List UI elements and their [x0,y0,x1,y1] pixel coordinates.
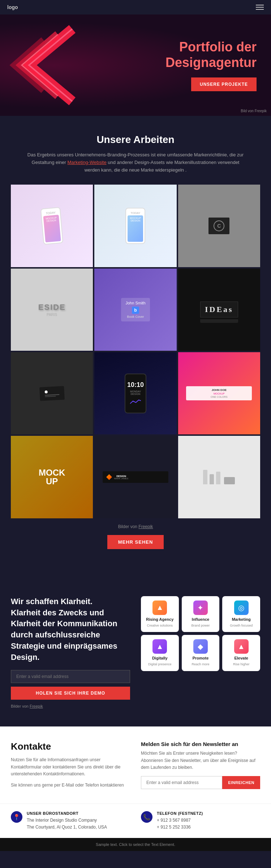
phone-value: + 912 3 567 8987 + 912 5 252 3336 [157,817,203,831]
contacts-left: Kontakte Nutzen Sie für alle Information… [11,741,130,789]
hero-title: Portfolio der Designagentur [165,39,257,70]
clarity-title: Wir schaffen Klarheit. Klarheit des Zwec… [11,596,130,663]
influence-sub: Brand power [191,624,210,628]
mehr-sehen-button[interactable]: MEHR SEHEN [107,535,164,549]
hero-attribution: Bild von Freepik [241,109,267,113]
clarity-section: Wir schaffen Klarheit. Klarheit des Zwec… [0,578,271,727]
contact-info-address: 📍 UNSER BÜROSTANDORT The Interior Design… [11,811,130,831]
marketing-link[interactable]: Marketing-Website [68,160,107,165]
agency-card-digitally[interactable]: ▲ Digitally Digital presence [141,635,179,671]
newsletter-email-input[interactable] [141,776,222,789]
agency-card-marketing[interactable]: ◎ Marketing Growth focused [222,596,260,632]
portfolio-item[interactable]: TODAY MOCKUPDESIGN [94,185,176,267]
rising-icon: ▲ [152,601,167,615]
promote-sub: Reach more [192,662,209,667]
elevate-icon: ▲ [234,639,249,654]
address-label: UNSER BÜROSTANDORT [27,811,107,816]
rising-name: Rising Agency [146,617,173,621]
influence-icon: ✦ [193,601,208,615]
contacts-section: Kontakte Nutzen Sie für alle Information… [0,726,271,804]
logo: logo [7,4,18,10]
hero-content: Portfolio der Designagentur UNSERE PROJE… [165,39,257,91]
digitally-name: Digitally [152,656,168,660]
newsletter-title: Melden Sie sich für den Newsletter an [141,741,260,747]
marketing-name: Marketing [232,617,251,621]
portfolio-item[interactable]: TODAY MOCKUPDESIGN [11,185,93,267]
agency-cards-grid: ▲ Rising Agency Creative solutions ✦ Inf… [141,596,260,671]
hero-button[interactable]: UNSERE PROJEKTE [191,77,257,91]
works-section: Unsere Arbeiten Das Ergebnis unseres Unt… [0,116,271,578]
freepik-link-clarity[interactable]: Freepik [30,704,43,708]
footer: Sample text. Click to select the Text El… [0,838,271,851]
marketing-sub: Growth focused [230,624,253,628]
digitally-icon: ▲ [152,639,167,654]
works-description: Das Ergebnis unseres Unternehmens-Brandi… [27,151,244,174]
contacts-title: Kontakte [11,741,130,752]
portfolio-grid: TODAY MOCKUPDESIGN TODAY MOCKUPDESIGN [11,185,260,518]
footer-text: Sample text. Click to select the Text El… [96,842,175,847]
digitally-sub: Digital presence [148,662,172,667]
contact-info-row: 📍 UNSER BÜROSTANDORT The Interior Design… [0,804,271,838]
portfolio-item[interactable]: MOCKUP [11,436,93,518]
agency-card-elevate[interactable]: ▲ Elevate Rise higher [222,635,260,671]
menu-icon[interactable] [256,5,264,10]
header: logo [0,0,271,14]
hero-arrows [0,14,87,116]
agency-card-rising[interactable]: ▲ Rising Agency Creative solutions [141,596,179,632]
portfolio-item[interactable]: DESIGN MARK JAMES [94,436,176,518]
elevate-name: Elevate [234,656,248,660]
portfolio-item[interactable] [11,352,93,434]
address-value: The Interior Design Studio Company The C… [27,817,107,831]
portfolio-item[interactable]: C [178,185,260,267]
portfolio-item[interactable]: IDEas [178,269,260,351]
portfolio-attribution: Bilder von Freepik [11,524,260,529]
clarity-email-input[interactable] [11,670,130,683]
phone-icon: 📞 [141,811,152,823]
portfolio-item[interactable]: JOHN DOE MOCKUP ONE COLORS [178,352,260,434]
phone-label: TELEFON (FESTNETZ) [157,811,203,816]
portfolio-item[interactable]: 10:10 MONDAY DESIGN [94,352,176,434]
clarity-left: Wir schaffen Klarheit. Klarheit des Zwec… [11,596,130,709]
agency-card-promote[interactable]: ◆ Promote Reach more [182,635,220,671]
freepik-link-works[interactable]: Freepik [138,524,153,529]
newsletter-description: Möchten Sie als Erster unsere Neuigkeite… [141,750,260,771]
promote-icon: ◆ [193,639,208,654]
portfolio-item[interactable]: John Smith b Book Cover [94,269,176,351]
contacts-description: Nutzen Sie für alle Informationsanfragen… [11,757,130,778]
clarity-right: ▲ Rising Agency Creative solutions ✦ Inf… [141,596,260,671]
portfolio-item[interactable]: ESIDE PARIS [11,269,93,351]
newsletter-form: EINREICHEN [141,776,260,789]
works-title: Unsere Arbeiten [11,134,260,146]
agency-card-influence[interactable]: ✦ Influence Brand power [182,596,220,632]
hero-section: Portfolio der Designagentur UNSERE PROJE… [0,14,271,116]
clarity-attribution: Bilder von Freepik [11,704,130,708]
freepik-link-hero[interactable]: Freepik [255,109,267,113]
influence-name: Influence [192,617,209,621]
marketing-icon: ◎ [234,601,249,615]
portfolio-item[interactable] [178,436,260,518]
rising-sub: Creative solutions [147,624,173,628]
promote-name: Promote [193,656,209,660]
clarity-demo-button[interactable]: HOLEN SIE SICH IHRE DEMO [11,687,130,700]
contact-info-phone: 📞 TELEFON (FESTNETZ) + 912 3 567 8987 + … [141,811,260,831]
newsletter-submit-button[interactable]: EINREICHEN [222,776,260,789]
contacts-right: Melden Sie sich für den Newsletter an Mö… [141,741,260,789]
contacts-email-note: Sie können uns gerne per E-Mail oder Tel… [11,783,130,788]
elevate-sub: Rise higher [233,662,250,667]
location-icon: 📍 [11,811,22,823]
